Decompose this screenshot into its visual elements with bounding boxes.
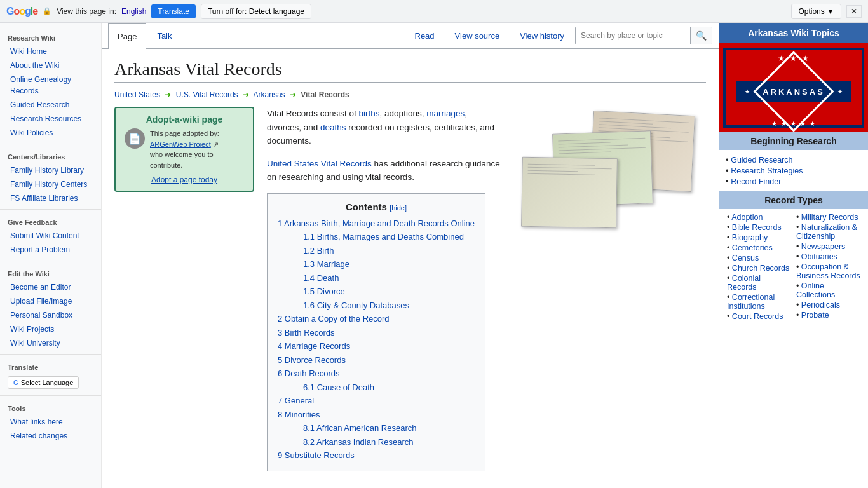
toc-link-1-2[interactable]: 1.2 Birth: [303, 246, 334, 255]
list-item-correctional: Correctional Institutions: [727, 293, 791, 311]
toc-link-1-4[interactable]: 1.4 Death: [303, 273, 339, 283]
toc-link-1-1[interactable]: 1.1 Births, Marriages and Deaths Combine…: [303, 232, 464, 241]
toc-link-4[interactable]: 4 Marriage Records: [278, 341, 350, 351]
sidebar-item-research-resources[interactable]: Research Resources: [0, 112, 101, 126]
sidebar-item-fs-affiliate[interactable]: FS Affiliate Libraries: [0, 191, 101, 205]
tab-page[interactable]: Page: [108, 23, 146, 49]
sidebar-item-personal-sandbox[interactable]: Personal Sandbox: [0, 308, 101, 322]
sidebar-item-wiki-university[interactable]: Wiki University: [0, 336, 101, 350]
toc-link-8-1[interactable]: 8.1 African American Research: [303, 423, 416, 433]
adopt-page-link[interactable]: Adopt a page today: [125, 175, 244, 184]
toc-item-1-2: 1.2 Birth: [290, 245, 475, 257]
sidebar-item-report-problem[interactable]: Report a Problem: [0, 243, 101, 257]
births-link[interactable]: births: [359, 109, 380, 118]
correctional-link[interactable]: Correctional Institutions: [727, 293, 775, 311]
toc-link-6-1[interactable]: 6.1 Cause of Death: [303, 383, 374, 392]
guided-research-link[interactable]: Guided Research: [731, 156, 792, 165]
research-strategies-link[interactable]: Research Strategies: [731, 166, 803, 175]
toc-link-5[interactable]: 5 Divorce Records: [278, 355, 346, 365]
census-link[interactable]: Census: [732, 254, 759, 262]
breadcrumb-arrow-1: ➜: [165, 90, 171, 99]
page-content: Arkansas Vital Records United States ➜ U…: [102, 49, 719, 482]
toc-link-2[interactable]: 2 Obtain a Copy of the Record: [278, 314, 390, 323]
probate-link[interactable]: Probate: [801, 311, 829, 320]
tab-view-source[interactable]: View source: [445, 23, 510, 48]
sidebar-item-submit-wiki[interactable]: Submit Wiki Content: [0, 229, 101, 243]
tab-read[interactable]: Read: [405, 23, 444, 48]
list-item-biography: Biography: [727, 233, 791, 242]
adoption-link[interactable]: Adoption: [731, 213, 763, 222]
bible-records-link[interactable]: Bible Records: [732, 223, 782, 232]
sidebar-item-about-wiki[interactable]: About the Wiki: [0, 58, 101, 72]
toc-link-9[interactable]: 9 Substitute Records: [278, 451, 355, 460]
record-finder-link[interactable]: Record Finder: [731, 177, 781, 186]
toc-item-2: 2 Obtain a Copy of the Record: [278, 313, 475, 325]
select-language-button[interactable]: G Select Language: [8, 376, 79, 389]
obituaries-link[interactable]: Obituaries: [801, 252, 837, 261]
ark-topics-header: Arkansas Wiki Topics: [719, 23, 868, 43]
toc-item-1-1: 1.1 Births, Marriages and Deaths Combine…: [290, 231, 475, 243]
toc-link-8[interactable]: 8 Minorities: [278, 410, 320, 419]
court-link[interactable]: Court Records: [732, 312, 783, 321]
breadcrumb-us[interactable]: United States: [114, 90, 160, 99]
breadcrumb: United States ➜ U.S. Vital Records ➜ Ark…: [114, 90, 706, 99]
breadcrumb-arrow-2: ➜: [243, 90, 249, 99]
toc-link-1-5[interactable]: 1.5 Divorce: [303, 287, 345, 296]
naturalization-link[interactable]: Naturalization & Citizenship: [796, 223, 857, 241]
toc-link-3[interactable]: 3 Birth Records: [278, 328, 335, 337]
military-link[interactable]: Military Records: [801, 213, 858, 222]
sidebar-item-wiki-home[interactable]: Wiki Home: [0, 44, 101, 58]
colonial-records-link[interactable]: Colonial Records: [727, 274, 761, 292]
contents-hide-link[interactable]: [hide]: [390, 204, 407, 212]
toc-link-1-6[interactable]: 1.6 City & County Databases: [303, 301, 409, 310]
deaths-link[interactable]: deaths: [320, 123, 346, 132]
adopt-text: This page adopted by: ARGenWeb Project ↗…: [150, 128, 244, 170]
toc-item-7: 7 General: [278, 395, 475, 407]
newspapers-link[interactable]: Newspapers: [801, 242, 845, 251]
tab-talk[interactable]: Talk: [147, 23, 181, 48]
online-collections-link[interactable]: Online Collections: [796, 281, 835, 299]
toc-link-1-3[interactable]: 1.3 Marriage: [303, 259, 349, 269]
list-item-record-finder: Record Finder: [726, 177, 862, 186]
sidebar-item-become-editor[interactable]: Become an Editor: [0, 280, 101, 294]
beginning-research-header: Beginning Research: [719, 132, 868, 150]
sidebar-item-guided-research[interactable]: Guided Research: [0, 98, 101, 112]
toc-link-8-2[interactable]: 8.2 Arkansas Indian Research: [303, 437, 413, 447]
right-sidebar: Arkansas Wiki Topics ★ ★ ★ ★ ARKANSAS ★: [719, 23, 868, 488]
doc-images: [515, 107, 706, 247]
biography-link[interactable]: Biography: [732, 233, 768, 242]
google-logo: Google: [6, 6, 37, 17]
sidebar-item-fh-centers[interactable]: Family History Centers: [0, 177, 101, 191]
church-records-link[interactable]: Church Records: [732, 264, 789, 273]
list-item-church-records: Church Records: [727, 264, 791, 273]
us-vital-link[interactable]: United States Vital Records: [267, 159, 372, 168]
periodicals-link[interactable]: Periodicals: [801, 301, 840, 309]
turnoff-button[interactable]: Turn off for: Detect language: [201, 4, 311, 19]
sidebar-item-online-genealogy[interactable]: Online Genealogy Records: [0, 72, 101, 98]
tab-view-history[interactable]: View history: [510, 23, 574, 48]
sidebar-item-wiki-policies[interactable]: Wiki Policies: [0, 126, 101, 140]
breadcrumb-current: Vital Records: [301, 90, 349, 99]
occupation-link[interactable]: Occupation & Business Records: [796, 262, 860, 280]
breadcrumb-us-vital[interactable]: U.S. Vital Records: [176, 90, 238, 99]
toc-link-7[interactable]: 7 General: [278, 396, 314, 405]
marriages-link[interactable]: marriages: [426, 109, 465, 118]
language-link[interactable]: English: [121, 7, 146, 16]
translate-button[interactable]: Translate: [151, 4, 196, 18]
sidebar-item-upload-file[interactable]: Upload File/Image: [0, 294, 101, 308]
options-button[interactable]: Options ▼: [791, 4, 841, 19]
toc-link-6[interactable]: 6 Death Records: [278, 369, 340, 378]
view-in-text: View this page in:: [57, 7, 116, 16]
toc-link-1[interactable]: 1 Arkansas Birth, Marriage and Death Rec…: [278, 219, 475, 228]
adopter-link[interactable]: ARGenWeb Project: [150, 140, 211, 148]
sidebar-item-fh-library[interactable]: Family History Library: [0, 163, 101, 177]
sidebar-item-wiki-projects[interactable]: Wiki Projects: [0, 322, 101, 336]
list-item-periodicals: Periodicals: [796, 301, 860, 309]
breadcrumb-arkansas[interactable]: Arkansas: [254, 90, 285, 99]
cemeteries-link[interactable]: Cemeteries: [732, 243, 773, 252]
search-input[interactable]: [576, 27, 690, 44]
sidebar-item-what-links[interactable]: What links here: [0, 415, 101, 429]
sidebar-item-related-changes[interactable]: Related changes: [0, 429, 101, 443]
close-button[interactable]: ✕: [846, 5, 862, 18]
search-button[interactable]: 🔍: [690, 27, 712, 44]
